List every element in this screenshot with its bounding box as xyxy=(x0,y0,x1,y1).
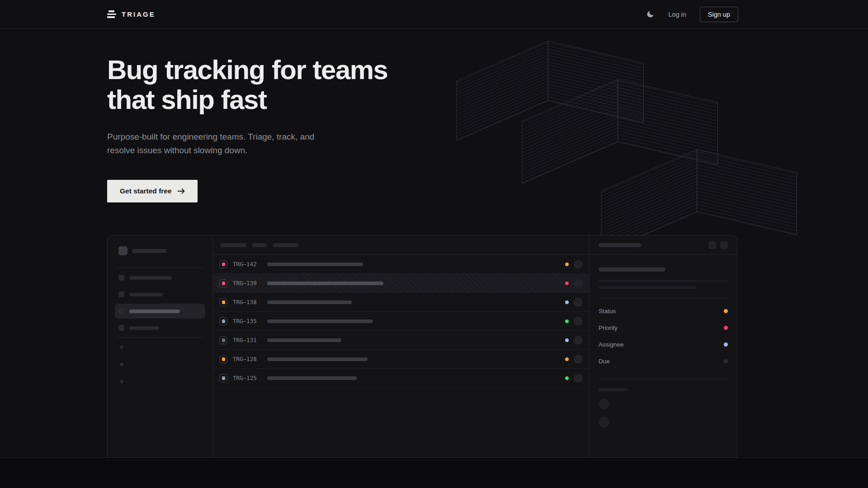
skeleton-tab[interactable] xyxy=(273,243,299,247)
field-label: Assignee xyxy=(599,341,624,348)
brand[interactable]: TRIAGE xyxy=(107,10,156,18)
field-value-dot xyxy=(724,359,728,363)
skeleton-title-bar xyxy=(267,376,357,380)
divider xyxy=(115,267,205,267)
avatar xyxy=(574,317,583,326)
skeleton-bar xyxy=(129,276,172,280)
skeleton-title-bar xyxy=(599,267,665,272)
issue-row[interactable]: TRG–128 xyxy=(213,350,589,369)
skeleton-bar xyxy=(599,388,628,391)
login-link[interactable]: Log in xyxy=(668,11,686,18)
issue-type-icon xyxy=(219,355,227,363)
status-dot xyxy=(565,376,569,380)
status-dot xyxy=(565,263,569,266)
sidebar-nav-item[interactable] xyxy=(115,320,205,335)
avatar xyxy=(574,298,583,307)
issue-type-icon xyxy=(219,260,227,268)
skeleton-bar xyxy=(129,293,163,296)
skeleton-title-bar xyxy=(267,319,373,323)
get-started-button[interactable]: Get started free xyxy=(107,180,198,202)
nav-item-icon xyxy=(118,291,124,297)
navbar: TRIAGE Log in Sign up xyxy=(0,0,868,29)
issue-row[interactable]: TRG–142 xyxy=(213,255,589,274)
detail-action-icon[interactable] xyxy=(708,241,716,249)
sidebar-nav xyxy=(115,270,205,335)
headline-line-2: that ship fast xyxy=(107,84,266,115)
issue-id: TRG–135 xyxy=(233,318,261,324)
issue-type-icon xyxy=(219,279,227,287)
issue-type-icon xyxy=(219,374,227,382)
detail-field-row[interactable]: Priority xyxy=(599,319,728,336)
detail-header xyxy=(590,235,737,255)
nav-item-icon xyxy=(118,325,124,331)
skeleton-title-bar xyxy=(267,338,341,342)
avatar xyxy=(574,336,583,345)
sidebar-nav-item[interactable] xyxy=(115,287,205,302)
issue-id: TRG–125 xyxy=(233,375,261,381)
signup-button[interactable]: Sign up xyxy=(700,7,738,22)
issues-list-panel: TRG–142 TRG–139 TRG–138 TRG–135 xyxy=(213,235,590,458)
issue-row[interactable]: TRG–125 xyxy=(213,369,589,388)
sidebar-dot xyxy=(120,362,123,366)
skeleton-bar xyxy=(132,249,166,253)
skeleton-tab[interactable] xyxy=(252,243,267,247)
avatar xyxy=(599,399,609,409)
skeleton-bar xyxy=(129,310,180,313)
issue-id: TRG–138 xyxy=(233,299,261,305)
status-dot xyxy=(565,319,569,323)
divider xyxy=(115,337,205,338)
triage-logo-icon xyxy=(107,10,116,18)
issue-row[interactable]: TRG–138 xyxy=(213,293,589,312)
skeleton-title-bar xyxy=(267,263,363,266)
status-dot xyxy=(565,300,569,304)
field-value-dot xyxy=(724,343,728,347)
nav-actions: Log in Sign up xyxy=(646,7,738,22)
brand-name: TRIAGE xyxy=(122,10,156,18)
skeleton-tab[interactable] xyxy=(220,243,246,247)
nav-item-icon xyxy=(118,308,124,314)
workspace-switcher[interactable] xyxy=(115,246,205,255)
sidebar-nav-item[interactable] xyxy=(115,270,205,285)
issue-row[interactable]: TRG–131 xyxy=(213,331,589,350)
field-label: Status xyxy=(599,308,616,314)
issue-type-icon xyxy=(219,298,227,306)
hero-headline: Bug tracking for teams that ship fast xyxy=(107,55,738,115)
detail-field-row[interactable]: Due xyxy=(599,353,728,370)
detail-field-row[interactable]: Status xyxy=(599,303,728,319)
hero-subtitle: Purpose-built for engineering teams. Tri… xyxy=(107,130,738,157)
avatar xyxy=(574,260,583,269)
issue-row[interactable]: TRG–135 xyxy=(213,312,589,331)
issue-rows: TRG–142 TRG–139 TRG–138 TRG–135 xyxy=(213,255,589,388)
arrow-right-icon xyxy=(177,188,185,194)
issue-id: TRG–142 xyxy=(233,261,261,267)
detail-actions xyxy=(708,241,728,249)
issue-detail-panel: Status Priority Assignee Due xyxy=(590,235,737,458)
detail-fields: Status Priority Assignee Due xyxy=(599,303,728,370)
issue-row[interactable]: TRG–139 xyxy=(213,274,589,293)
skeleton-desc-bar xyxy=(599,280,728,282)
workspace-icon xyxy=(118,246,127,255)
avatar xyxy=(574,355,583,364)
theme-toggle-button[interactable] xyxy=(646,10,655,19)
next-section xyxy=(0,458,868,488)
headline-line-1: Bug tracking for teams xyxy=(107,55,387,85)
status-dot xyxy=(565,357,569,361)
detail-body: Status Priority Assignee Due xyxy=(590,255,737,427)
hero-section: Bug tracking for teams that ship fast Pu… xyxy=(0,29,868,458)
issue-type-icon xyxy=(219,317,227,325)
skeleton-bar xyxy=(599,243,641,247)
skeleton-title-bar xyxy=(267,300,352,304)
field-label: Priority xyxy=(599,324,618,331)
sidebar-nav-item[interactable] xyxy=(115,304,205,319)
avatar xyxy=(574,374,583,383)
skeleton-desc-bar xyxy=(599,286,696,289)
skeleton-title-bar xyxy=(267,357,368,361)
avatar xyxy=(574,279,583,288)
skeleton-title-bar xyxy=(267,282,383,285)
detail-field-row[interactable]: Assignee xyxy=(599,336,728,353)
detail-action-icon[interactable] xyxy=(720,241,728,249)
nav-item-icon xyxy=(118,275,124,281)
field-value-dot xyxy=(724,326,728,330)
sidebar-dot xyxy=(120,345,123,349)
list-header xyxy=(213,235,589,255)
